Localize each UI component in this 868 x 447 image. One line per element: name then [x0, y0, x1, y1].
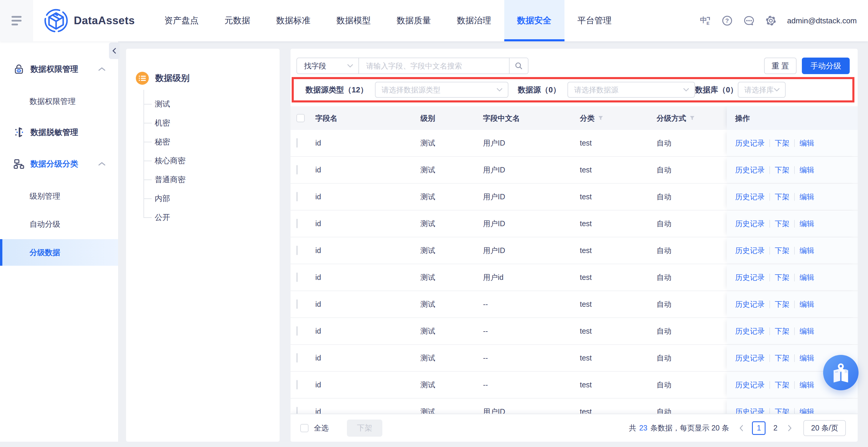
user-account-menu[interactable]: admin@dtstack.com [787, 16, 857, 25]
search-field-select[interactable]: 找字段 [297, 58, 359, 73]
page-2-button[interactable]: 2 [773, 424, 777, 432]
tree-node[interactable]: 测试 [144, 94, 185, 114]
row-checkbox[interactable] [297, 380, 298, 389]
nav-tab[interactable]: 数据模型 [323, 0, 384, 41]
history-link[interactable]: 历史记录 [735, 165, 765, 175]
history-link[interactable]: 历史记录 [735, 380, 765, 390]
history-link[interactable]: 历史记录 [735, 353, 765, 363]
filter-label: 数据库（0） [695, 85, 738, 95]
offline-link[interactable]: 下架 [775, 192, 789, 202]
edit-link[interactable]: 编辑 [800, 165, 814, 175]
history-link[interactable]: 历史记录 [735, 192, 765, 202]
tree-node[interactable]: 核心商密 [144, 151, 185, 170]
edit-link[interactable]: 编辑 [800, 219, 814, 228]
nav-tab[interactable]: 数据标准 [264, 0, 323, 41]
row-checkbox[interactable] [297, 192, 298, 201]
divider [794, 139, 795, 147]
tree-node[interactable]: 公开 [144, 208, 185, 227]
reset-button[interactable]: 重 置 [764, 58, 797, 74]
offline-link[interactable]: 下架 [775, 380, 789, 390]
next-page-button[interactable] [787, 424, 792, 432]
footer-select-all-checkbox[interactable] [300, 424, 309, 432]
edit-link[interactable]: 编辑 [800, 380, 814, 390]
history-link[interactable]: 历史记录 [735, 246, 765, 255]
row-checkbox[interactable] [297, 407, 298, 414]
history-link[interactable]: 历史记录 [735, 273, 765, 282]
sidebar-group-classification[interactable]: 数据分级分类 [0, 155, 118, 173]
sidebar-item-auto-grading[interactable]: 自动分级 [0, 215, 118, 233]
sidebar-toggle-button[interactable] [0, 0, 33, 41]
page-size-select[interactable]: 20 条/页 [803, 420, 846, 436]
offline-link[interactable]: 下架 [775, 326, 789, 336]
edit-link[interactable]: 编辑 [800, 353, 814, 363]
history-link[interactable]: 历史记录 [735, 138, 765, 148]
prev-page-button[interactable] [739, 424, 744, 432]
tree-node[interactable]: 内部 [144, 189, 185, 208]
edit-link[interactable]: 编辑 [800, 326, 814, 336]
select-all-checkbox[interactable] [297, 114, 305, 122]
edit-link[interactable]: 编辑 [800, 192, 814, 202]
search-button[interactable] [509, 58, 528, 73]
filter-select[interactable]: 请选择数据源 [567, 82, 695, 98]
history-link[interactable]: 历史记录 [735, 407, 765, 414]
row-checkbox[interactable] [297, 138, 298, 148]
cell-level: 测试 [421, 326, 483, 336]
cell-level: 测试 [421, 407, 483, 414]
edit-link[interactable]: 编辑 [800, 407, 814, 414]
offline-link[interactable]: 下架 [775, 273, 789, 282]
nav-tab[interactable]: 元数据 [212, 0, 264, 41]
history-link[interactable]: 历史记录 [735, 299, 765, 309]
row-checkbox[interactable] [297, 326, 298, 336]
help-icon[interactable]: ? [721, 15, 733, 26]
offline-link[interactable]: 下架 [775, 353, 789, 363]
filter-funnel-icon[interactable] [690, 116, 695, 121]
row-checkbox[interactable] [297, 273, 298, 282]
offline-link[interactable]: 下架 [775, 407, 789, 414]
offline-link[interactable]: 下架 [775, 138, 789, 148]
manual-grade-button[interactable]: 手动分级 [802, 58, 850, 74]
row-checkbox[interactable] [297, 353, 298, 362]
history-link[interactable]: 历史记录 [735, 219, 765, 228]
nav-tab[interactable]: 平台管理 [564, 0, 625, 41]
nav-tab[interactable]: 数据质量 [384, 0, 444, 41]
edit-link[interactable]: 编辑 [800, 273, 814, 282]
tree-node[interactable]: 秘密 [144, 132, 185, 151]
offline-link[interactable]: 下架 [775, 165, 789, 175]
sidebar-collapse-button[interactable] [109, 42, 120, 59]
edit-link[interactable]: 编辑 [800, 299, 814, 309]
feedback-icon[interactable] [743, 15, 755, 26]
page-1-button[interactable]: 1 [752, 421, 766, 435]
batch-offline-button[interactable]: 下架 [347, 419, 382, 437]
guide-floating-button[interactable] [823, 355, 859, 390]
offline-link[interactable]: 下架 [775, 246, 789, 255]
settings-gear-icon[interactable] [765, 15, 776, 26]
tree-node[interactable]: 普通商密 [144, 170, 185, 189]
history-link[interactable]: 历史记录 [735, 326, 765, 336]
nav-tab[interactable]: 资产盘点 [151, 0, 212, 41]
row-checkbox[interactable] [297, 219, 298, 228]
offline-link[interactable]: 下架 [775, 219, 789, 228]
search-input[interactable] [359, 58, 509, 73]
sidebar-item-permission[interactable]: 数据权限管理 [0, 92, 118, 110]
sidebar-item-graded-data[interactable]: 分级数据 [0, 239, 118, 266]
edit-link[interactable]: 编辑 [800, 138, 814, 148]
filter-funnel-icon[interactable] [598, 116, 603, 121]
row-checkbox[interactable] [297, 246, 298, 255]
tree-node[interactable]: 机密 [144, 114, 185, 132]
language-icon[interactable]: 中 E [700, 15, 711, 26]
offline-link[interactable]: 下架 [775, 299, 789, 309]
total-prefix: 共 [629, 423, 636, 433]
sidebar-group-desensitize[interactable]: 数据脱敏管理 [0, 123, 118, 141]
filter-select[interactable]: 请选择库 [738, 82, 786, 98]
cell-category: test [580, 166, 657, 174]
sidebar-group-permission[interactable]: 数据权限管理 [0, 60, 118, 78]
sidebar-item-level-management[interactable]: 级别管理 [0, 187, 118, 205]
row-checkbox[interactable] [297, 165, 298, 174]
row-checkbox[interactable] [297, 299, 298, 309]
nav-tab[interactable]: 数据治理 [444, 0, 504, 41]
filter-select[interactable]: 请选择数据源类型 [375, 82, 508, 98]
edit-link[interactable]: 编辑 [800, 246, 814, 255]
nav-tab[interactable]: 数据安全 [504, 0, 564, 41]
cell-ops: 历史记录 下架 编辑 [727, 157, 858, 183]
tree-header: 数据级别 [136, 72, 190, 85]
